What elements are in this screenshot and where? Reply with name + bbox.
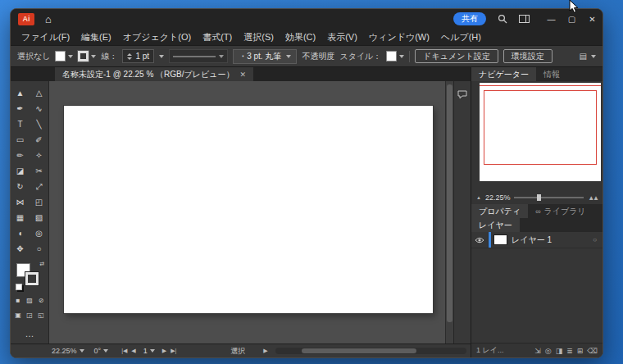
stepper-arrows-icon[interactable] [127,53,132,60]
stroke-weight-stepper[interactable]: 1 pt [122,49,154,63]
tab-close-icon[interactable]: ✕ [239,71,246,79]
scissors-tool[interactable]: ✂ [32,165,47,178]
navigator-preview[interactable] [480,83,601,181]
edit-toolbar-icon[interactable]: … [11,329,48,339]
none-button[interactable]: ⊘ [37,297,45,304]
menu-edit[interactable]: 編集(E) [75,31,117,43]
pen-tool[interactable]: ✒ [13,102,28,116]
layer-row[interactable]: レイヤー 1 ○ [471,232,603,248]
zoom-tool[interactable]: ○ [32,243,47,256]
line-segment-tool[interactable]: ╲ [32,118,47,131]
menu-select[interactable]: 選択(S) [238,31,280,43]
menu-object[interactable]: オブジェクト(O) [117,31,197,43]
stroke-weight-dropdown-icon[interactable] [159,55,164,58]
free-transform-tool[interactable]: ◰ [32,196,47,209]
draw-inside-button[interactable]: ◱ [37,312,45,319]
zoom-out-icon[interactable]: ▲ [476,195,481,200]
default-colors-icon[interactable] [16,284,22,290]
canvas[interactable] [49,81,445,344]
new-sublayer-icon[interactable]: ≣ [566,347,573,355]
color-button[interactable]: ■ [14,297,22,304]
vertical-scrollbar-thumb[interactable] [447,84,452,322]
rectangle-tool[interactable]: ▭ [13,134,28,147]
menu-effect[interactable]: 効果(C) [280,31,321,43]
document-setup-button[interactable]: ドキュメント設定 [415,49,498,63]
artboard[interactable] [64,106,433,313]
tab-properties[interactable]: プロパティ [471,204,528,218]
eyedropper-tool[interactable]: ◖ [13,227,28,240]
document-tab[interactable]: 名称未設定-1 @ 22.25 % （RGB/プレビュー） ✕ [55,67,253,81]
menu-file[interactable]: ファイル(F) [16,31,75,43]
preferences-button[interactable]: 環境設定 [503,49,553,63]
workspace-layout-icon[interactable] [519,15,530,23]
menu-help[interactable]: ヘルプ(H) [435,31,487,43]
stroke-color-control[interactable] [78,51,96,61]
locate-object-icon[interactable]: ◎ [545,347,552,355]
close-button[interactable]: ✕ [582,9,603,29]
search-icon[interactable] [498,14,507,24]
first-artboard-button[interactable]: |◀ [121,348,127,354]
horizontal-scrollbar[interactable] [275,348,466,354]
eraser-tool[interactable]: ◪ [13,165,28,178]
last-artboard-button[interactable]: ▶| [171,348,176,354]
delete-layer-icon[interactable]: ⌫ [587,347,598,355]
home-icon[interactable]: ⌂ [45,14,52,25]
opacity-link[interactable]: 不透明度 [302,51,334,62]
mesh-tool[interactable]: ▦ [13,212,28,225]
swap-colors-icon[interactable]: ⇄ [39,261,44,267]
navigator-zoom-value[interactable]: 22.25% [485,193,511,202]
prev-artboard-button[interactable]: ◀ [131,348,135,354]
width-tool[interactable]: ⋈ [13,196,28,209]
navigator-zoom-slider[interactable] [514,197,584,198]
control-panel-options-icon[interactable]: ▤ [580,52,586,61]
zoom-in-icon[interactable]: ▲▲ [588,194,598,202]
zoom-level-dropdown[interactable]: 22.25% [48,347,88,355]
rotate-tool[interactable]: ↻ [13,180,28,193]
draw-behind-button[interactable]: ◲ [25,312,34,319]
vertical-scrollbar[interactable] [445,81,453,344]
menu-type[interactable]: 書式(T) [197,31,238,43]
selection-tool[interactable]: ▲ [13,87,28,100]
layer-name[interactable]: レイヤー 1 [512,234,593,246]
rotation-dropdown[interactable]: 0° [91,347,112,355]
navigator-view-proxy[interactable] [484,90,597,165]
collect-for-export-icon[interactable]: ⇲ [534,347,541,355]
type-tool[interactable]: T [13,118,28,131]
layer-target-icon[interactable]: ○ [593,236,597,243]
maximize-button[interactable]: ▢ [562,9,582,29]
width-profile-dropdown[interactable] [169,49,228,63]
tab-layers[interactable]: レイヤー [471,218,520,232]
brush-definition-dropdown[interactable]: ・3 pt. 丸筆 [233,49,297,64]
visibility-eye-icon[interactable] [471,232,489,248]
tab-cc-libraries[interactable]: ∞ライブラリ [528,204,593,218]
stroke-color-swatch[interactable] [25,272,39,285]
tab-navigator[interactable]: ナビゲーター [471,67,536,81]
gradient-button[interactable]: ▨ [25,297,34,304]
style-swatch-dropdown[interactable] [386,51,404,61]
direct-selection-tool[interactable]: △ [32,87,47,100]
make-clipping-mask-icon[interactable]: ◨ [556,347,563,355]
horizontal-scrollbar-thumb[interactable] [302,348,416,353]
menu-window[interactable]: ウィンドウ(W) [363,31,435,43]
artboard-number-dropdown[interactable]: 1 [140,347,158,355]
new-layer-icon[interactable]: ⊞ [577,347,584,355]
control-panel-chevron-icon[interactable] [591,55,596,58]
comments-icon[interactable] [457,88,467,102]
draw-normal-button[interactable]: ▣ [14,312,22,319]
shaper-tool[interactable]: ✧ [32,149,47,162]
pencil-tool[interactable]: ✏ [13,149,28,162]
minimize-button[interactable]: — [541,9,562,29]
curvature-tool[interactable]: ∿ [32,102,47,116]
scale-tool[interactable]: ⤢ [32,180,47,193]
menu-view[interactable]: 表示(V) [321,31,363,43]
share-button[interactable]: 共有 [453,12,486,25]
tab-info[interactable]: 情報 [536,67,567,81]
fill-color-control[interactable] [55,51,73,61]
next-artboard-button[interactable]: ▶ [162,348,166,354]
blend-tool[interactable]: ◎ [32,227,47,240]
layer-thumbnail[interactable] [494,235,507,244]
status-menu-icon[interactable]: ▶ [263,348,267,354]
gradient-tool[interactable]: ▧ [32,212,47,225]
zoom-slider-thumb[interactable] [537,194,541,201]
hand-tool[interactable]: ✥ [13,243,28,256]
